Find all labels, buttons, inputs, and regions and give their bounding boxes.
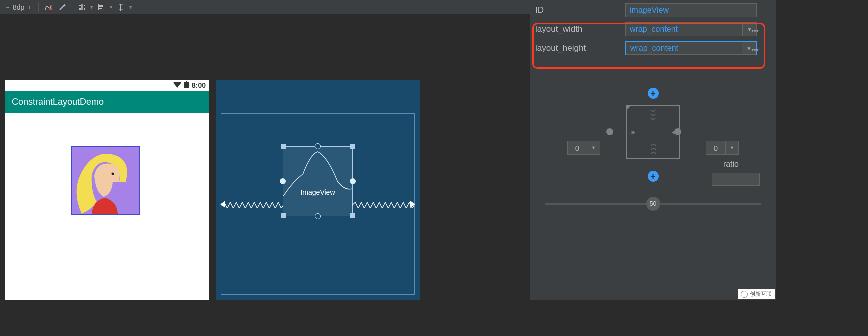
app-title: ConstraintLayoutDemo: [12, 97, 104, 108]
svg-rect-8: [84, 8, 86, 10]
dp-selector[interactable]: ↔ 8dp ↕: [2, 4, 36, 12]
prop-width-row: layout_width wrap_content ▼: [530, 20, 762, 39]
ratio-label: ratio: [724, 160, 739, 169]
status-time: 8:00: [192, 82, 206, 90]
constraint-spring-left-icon: [222, 202, 284, 208]
prop-id-label: ID: [536, 6, 620, 16]
prop-height-label: layout_height: [536, 44, 620, 54]
prop-id-input[interactable]: [626, 4, 757, 18]
bias-knob[interactable]: 50: [646, 197, 660, 211]
wrap-top-icon: ︾︾︾: [650, 110, 658, 122]
constraint-size-box[interactable]: ︾︾︾ ︾︾︾ ››› ‹‹‹: [626, 105, 680, 159]
svg-rect-10: [100, 6, 104, 7]
svg-rect-11: [100, 8, 102, 10]
dp-right-icon: ↕: [26, 4, 32, 10]
anchor-left[interactable]: [280, 178, 286, 184]
constraint-handle-left[interactable]: [606, 128, 614, 136]
wifi-icon: [174, 82, 182, 90]
chevron-down-icon: ▼: [109, 5, 114, 10]
chevron-down-icon[interactable]: ▼: [588, 141, 600, 155]
status-bar: 8:00: [5, 80, 209, 91]
svg-rect-15: [184, 82, 189, 88]
separator: [72, 2, 72, 12]
blueprint-root[interactable]: ImageView: [221, 114, 415, 295]
watermark-icon: [741, 291, 748, 298]
add-constraint-bottom-button[interactable]: +: [648, 171, 659, 182]
ratio-input[interactable]: [712, 173, 760, 186]
anchor-top[interactable]: [315, 144, 321, 150]
constraint-spring-right-icon: [352, 202, 414, 208]
margin-left-control[interactable]: 0 ▼: [568, 141, 600, 155]
margin-left-value: 0: [568, 141, 588, 155]
blueprint-view: ImageView: [216, 80, 420, 300]
wrap-bottom-icon: ︾︾︾: [650, 142, 658, 154]
chevron-down-icon: ▼: [90, 5, 94, 10]
constraint-widget: + 0 ▼ ︾︾︾ ︾︾︾ ››› ‹‹‹ 0 ▼ + ratio 50: [530, 78, 776, 218]
svg-rect-3: [79, 5, 81, 6]
anchor-bottom[interactable]: [315, 214, 321, 220]
app-bar: ConstraintLayoutDemo: [5, 91, 209, 114]
design-canvas: 8:00 ConstraintLayoutDemo: [0, 15, 460, 300]
svg-rect-16: [186, 82, 188, 82]
constraint-handle-right[interactable]: [674, 128, 682, 136]
svg-rect-4: [79, 8, 81, 10]
device-preview: 8:00 ConstraintLayoutDemo: [5, 80, 209, 300]
svg-rect-7: [84, 5, 86, 6]
prop-height-row: layout_height wrap_content ▼: [530, 39, 762, 58]
margin-right-control[interactable]: 0 ▼: [706, 141, 739, 155]
resize-handle[interactable]: [281, 144, 286, 150]
constraint-right-arrow-icon: [410, 201, 416, 208]
align-button[interactable]: ▼: [95, 2, 114, 14]
blueprint-view-label: ImageView: [284, 188, 352, 196]
watermark: 创新互联: [738, 290, 775, 299]
more-icon[interactable]: •••: [752, 27, 759, 35]
mountain-icon: [284, 147, 352, 216]
chevron-down-icon: ▼: [128, 5, 133, 10]
dp-left-icon: ↔: [5, 4, 11, 10]
avatar-image[interactable]: [71, 146, 140, 215]
margin-right-value: 0: [706, 141, 726, 155]
wrap-left-icon: ›››: [632, 129, 634, 136]
device-body: [5, 114, 209, 300]
prop-height-combo[interactable]: wrap_content ▼: [626, 42, 757, 56]
resize-handle[interactable]: [350, 144, 355, 150]
anchor-right[interactable]: [350, 178, 356, 184]
prop-width-combo[interactable]: wrap_content ▼: [626, 22, 757, 36]
more-icon[interactable]: •••: [752, 46, 759, 54]
chevron-down-icon[interactable]: ▼: [726, 141, 739, 155]
blueprint-imageview[interactable]: ImageView: [283, 146, 353, 216]
magic-wand-icon[interactable]: [56, 2, 69, 14]
separator: [38, 2, 39, 12]
prop-height-value: wrap_content: [626, 42, 742, 55]
resize-handle[interactable]: [350, 214, 355, 218]
default-margins-button[interactable]: ▼: [76, 2, 94, 14]
prop-width-value: wrap_content: [626, 22, 743, 36]
prop-width-label: layout_width: [536, 24, 620, 34]
battery-icon: [184, 82, 189, 90]
prop-id-row: ID: [530, 1, 762, 20]
autoconnect-off-icon[interactable]: [42, 2, 55, 14]
resize-handle[interactable]: [281, 214, 286, 218]
properties-panel: ID layout_width wrap_content ▼ ••• layou…: [530, 0, 776, 300]
horizontal-bias-slider[interactable]: 50: [546, 203, 761, 205]
watermark-text: 创新互联: [750, 290, 772, 298]
dp-value: 8dp: [13, 4, 24, 12]
add-constraint-top-button[interactable]: +: [648, 88, 659, 99]
guidelines-button[interactable]: ▼: [114, 2, 133, 14]
svg-point-18: [112, 173, 114, 176]
